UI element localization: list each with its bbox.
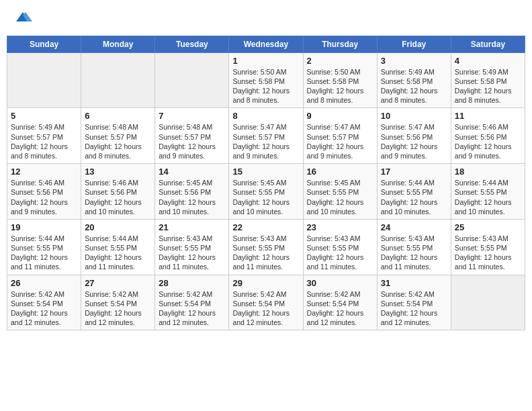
day-number: 1 [232,56,299,66]
logo [12,9,32,28]
day-info: Sunrise: 5:50 AM Sunset: 5:58 PM Dayligh… [232,67,299,105]
page-header [7,7,525,30]
day-info: Sunrise: 5:44 AM Sunset: 5:55 PM Dayligh… [85,234,151,272]
day-number: 2 [307,56,373,66]
day-info: Sunrise: 5:43 AM Sunset: 5:55 PM Dayligh… [381,234,447,272]
day-info: Sunrise: 5:42 AM Sunset: 5:54 PM Dayligh… [11,289,77,328]
calendar-cell [7,52,81,108]
day-number: 8 [232,111,299,121]
calendar-cell: 7Sunrise: 5:48 AM Sunset: 5:57 PM Daylig… [155,108,229,164]
day-info: Sunrise: 5:46 AM Sunset: 5:56 PM Dayligh… [85,178,151,216]
day-info: Sunrise: 5:47 AM Sunset: 5:56 PM Dayligh… [381,122,447,161]
day-number: 25 [455,222,521,232]
day-number: 23 [307,222,373,232]
calendar-cell: 30Sunrise: 5:42 AM Sunset: 5:54 PM Dayli… [303,275,377,330]
day-number: 15 [232,167,299,177]
day-number: 13 [85,167,151,177]
calendar-cell: 23Sunrise: 5:43 AM Sunset: 5:55 PM Dayli… [303,219,377,275]
day-number: 21 [159,222,225,232]
calendar-cell: 19Sunrise: 5:44 AM Sunset: 5:55 PM Dayli… [7,219,81,275]
day-number: 29 [232,278,299,288]
day-info: Sunrise: 5:42 AM Sunset: 5:54 PM Dayligh… [381,289,447,328]
calendar-cell: 12Sunrise: 5:46 AM Sunset: 5:56 PM Dayli… [7,164,81,220]
day-info: Sunrise: 5:48 AM Sunset: 5:57 PM Dayligh… [159,122,225,161]
day-number: 12 [11,167,77,177]
calendar-cell: 11Sunrise: 5:46 AM Sunset: 5:56 PM Dayli… [451,108,525,164]
day-info: Sunrise: 5:45 AM Sunset: 5:55 PM Dayligh… [232,178,299,216]
weekday-header-thursday: Thursday [303,36,377,52]
weekday-header-tuesday: Tuesday [155,36,229,52]
calendar-cell: 22Sunrise: 5:43 AM Sunset: 5:55 PM Dayli… [229,219,303,275]
day-info: Sunrise: 5:49 AM Sunset: 5:58 PM Dayligh… [381,67,447,105]
calendar-cell: 5Sunrise: 5:49 AM Sunset: 5:57 PM Daylig… [7,108,81,164]
day-info: Sunrise: 5:49 AM Sunset: 5:58 PM Dayligh… [455,67,521,105]
day-number: 7 [159,111,225,121]
day-info: Sunrise: 5:46 AM Sunset: 5:56 PM Dayligh… [455,122,521,161]
day-info: Sunrise: 5:47 AM Sunset: 5:57 PM Dayligh… [232,122,299,161]
day-number: 30 [307,278,373,288]
calendar-cell: 24Sunrise: 5:43 AM Sunset: 5:55 PM Dayli… [377,219,451,275]
day-info: Sunrise: 5:42 AM Sunset: 5:54 PM Dayligh… [232,289,299,328]
day-info: Sunrise: 5:45 AM Sunset: 5:56 PM Dayligh… [159,178,225,216]
day-info: Sunrise: 5:48 AM Sunset: 5:57 PM Dayligh… [85,122,151,161]
weekday-header-sunday: Sunday [7,36,81,52]
calendar-cell: 21Sunrise: 5:43 AM Sunset: 5:55 PM Dayli… [155,219,229,275]
day-info: Sunrise: 5:46 AM Sunset: 5:56 PM Dayligh… [11,178,77,216]
day-number: 5 [11,111,77,121]
calendar-cell: 15Sunrise: 5:45 AM Sunset: 5:55 PM Dayli… [229,164,303,220]
day-number: 22 [232,222,299,232]
calendar-cell: 25Sunrise: 5:43 AM Sunset: 5:55 PM Dayli… [451,219,525,275]
day-info: Sunrise: 5:43 AM Sunset: 5:55 PM Dayligh… [307,234,373,272]
calendar-cell: 29Sunrise: 5:42 AM Sunset: 5:54 PM Dayli… [229,275,303,330]
day-info: Sunrise: 5:49 AM Sunset: 5:57 PM Dayligh… [11,122,77,161]
day-number: 24 [381,222,447,232]
calendar-cell: 3Sunrise: 5:49 AM Sunset: 5:58 PM Daylig… [377,52,451,108]
day-info: Sunrise: 5:44 AM Sunset: 5:55 PM Dayligh… [11,234,77,272]
day-number: 27 [85,278,151,288]
day-number: 28 [159,278,225,288]
logo-icon [13,9,32,24]
calendar-cell: 16Sunrise: 5:45 AM Sunset: 5:55 PM Dayli… [303,164,377,220]
calendar-cell: 13Sunrise: 5:46 AM Sunset: 5:56 PM Dayli… [81,164,155,220]
calendar-cell: 17Sunrise: 5:44 AM Sunset: 5:55 PM Dayli… [377,164,451,220]
day-info: Sunrise: 5:47 AM Sunset: 5:57 PM Dayligh… [307,122,373,161]
calendar-cell [81,52,155,108]
calendar-cell: 14Sunrise: 5:45 AM Sunset: 5:56 PM Dayli… [155,164,229,220]
day-info: Sunrise: 5:45 AM Sunset: 5:55 PM Dayligh… [307,178,373,216]
weekday-header-friday: Friday [377,36,451,52]
day-number: 20 [85,222,151,232]
day-info: Sunrise: 5:42 AM Sunset: 5:54 PM Dayligh… [159,289,225,328]
calendar-cell: 8Sunrise: 5:47 AM Sunset: 5:57 PM Daylig… [229,108,303,164]
day-number: 6 [85,111,151,121]
calendar-table: SundayMondayTuesdayWednesdayThursdayFrid… [7,36,525,330]
day-number: 14 [159,167,225,177]
day-info: Sunrise: 5:44 AM Sunset: 5:55 PM Dayligh… [381,178,447,216]
calendar-cell: 20Sunrise: 5:44 AM Sunset: 5:55 PM Dayli… [81,219,155,275]
day-number: 16 [307,167,373,177]
calendar-cell: 31Sunrise: 5:42 AM Sunset: 5:54 PM Dayli… [377,275,451,330]
weekday-header-monday: Monday [81,36,155,52]
calendar-cell: 26Sunrise: 5:42 AM Sunset: 5:54 PM Dayli… [7,275,81,330]
day-info: Sunrise: 5:42 AM Sunset: 5:54 PM Dayligh… [307,289,373,328]
calendar-cell: 6Sunrise: 5:48 AM Sunset: 5:57 PM Daylig… [81,108,155,164]
weekday-header-saturday: Saturday [451,36,525,52]
day-info: Sunrise: 5:44 AM Sunset: 5:55 PM Dayligh… [455,178,521,216]
day-info: Sunrise: 5:50 AM Sunset: 5:58 PM Dayligh… [307,67,373,105]
day-number: 26 [11,278,77,288]
day-info: Sunrise: 5:42 AM Sunset: 5:54 PM Dayligh… [85,289,151,328]
calendar-cell: 27Sunrise: 5:42 AM Sunset: 5:54 PM Dayli… [81,275,155,330]
day-info: Sunrise: 5:43 AM Sunset: 5:55 PM Dayligh… [455,234,521,272]
day-number: 17 [381,167,447,177]
day-number: 11 [455,111,521,121]
day-number: 10 [381,111,447,121]
calendar-cell: 10Sunrise: 5:47 AM Sunset: 5:56 PM Dayli… [377,108,451,164]
calendar-cell: 4Sunrise: 5:49 AM Sunset: 5:58 PM Daylig… [451,52,525,108]
day-number: 3 [381,56,447,66]
calendar-cell: 28Sunrise: 5:42 AM Sunset: 5:54 PM Dayli… [155,275,229,330]
calendar-cell: 1Sunrise: 5:50 AM Sunset: 5:58 PM Daylig… [229,52,303,108]
day-number: 9 [307,111,373,121]
calendar-cell: 18Sunrise: 5:44 AM Sunset: 5:55 PM Dayli… [451,164,525,220]
calendar-cell [155,52,229,108]
calendar-cell [451,275,525,330]
calendar-cell: 9Sunrise: 5:47 AM Sunset: 5:57 PM Daylig… [303,108,377,164]
